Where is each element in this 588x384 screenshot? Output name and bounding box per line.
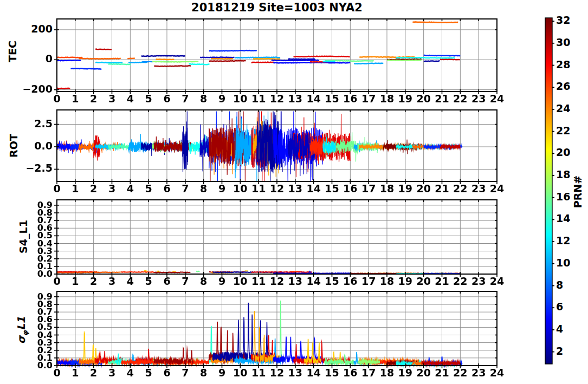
tick-label: 26 <box>556 81 580 93</box>
tec-plot-canvas <box>53 15 501 96</box>
tick-label: 12 <box>556 235 580 247</box>
tick-label: 16 <box>556 191 580 203</box>
tick-label: 24 <box>486 183 508 195</box>
tick-label: 0.0 <box>19 140 53 152</box>
tick-label: 30 <box>556 37 580 49</box>
tick-label: 0.9 <box>19 292 53 302</box>
tick-label: 10 <box>556 257 580 269</box>
tick-label: 28 <box>556 59 580 71</box>
tick-label: −2.5 <box>19 162 53 174</box>
tick-label: 22 <box>556 125 580 137</box>
figure: 20181219 Site=1003 NYA2 TEC ROT S4_L1 σφ… <box>0 0 588 384</box>
sigma-phi-plot-canvas <box>53 287 501 370</box>
tick-label: 18 <box>556 169 580 181</box>
tick-label: 0.9 <box>19 200 53 210</box>
tick-label: 8 <box>556 279 580 291</box>
tec-axis-label: TEC <box>6 0 19 106</box>
tick-label: 32 <box>556 15 580 27</box>
prn-colorbar <box>542 15 555 367</box>
s4-plot-canvas <box>53 196 501 278</box>
tick-label: 14 <box>556 213 580 225</box>
tick-label: 24 <box>486 367 508 379</box>
rot-plot-canvas <box>53 106 501 186</box>
figure-title: 20181219 Site=1003 NYA2 <box>57 1 497 14</box>
tick-label: 24 <box>556 103 580 115</box>
tick-label: 24 <box>486 276 508 288</box>
tick-label: 0 <box>19 53 53 65</box>
tick-label: 20 <box>556 147 580 159</box>
tick-label: 24 <box>486 93 508 105</box>
tick-label: 2.5 <box>19 118 53 130</box>
tick-label: 4 <box>556 323 580 335</box>
tick-label: 6 <box>556 301 580 313</box>
tick-label: −200 <box>19 83 53 95</box>
tick-label: 200 <box>19 23 53 35</box>
tick-label: 2 <box>556 346 580 357</box>
